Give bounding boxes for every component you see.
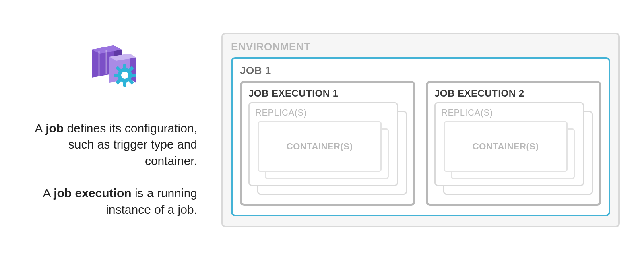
replica-box-front: REPLICA(S) CONTAINER(S)	[434, 102, 584, 186]
container-label: CONTAINER(S)	[287, 141, 353, 152]
left-column: A job defines its configuration, such as…	[0, 42, 221, 218]
text-bold: job	[45, 122, 64, 135]
description-paragraph-2: A job execution is a running instance of…	[32, 185, 197, 218]
diagram-stage: A job defines its configuration, such as…	[0, 0, 644, 260]
environment-box: ENVIRONMENT JOB 1 JOB EXECUTION 1 REPLIC…	[221, 33, 620, 227]
text: A	[43, 186, 54, 200]
text: defines its configuration, such as trigg…	[64, 122, 197, 167]
replica-label: REPLICA(S)	[441, 107, 577, 118]
job-execution-box: JOB EXECUTION 1 REPLICA(S) CONTAINER(S)	[240, 81, 415, 206]
text: A	[35, 122, 45, 135]
text-bold: job execution	[54, 186, 131, 200]
job-label: JOB 1	[240, 64, 601, 77]
svg-point-17	[121, 72, 128, 79]
container-stack: CONTAINER(S)	[444, 121, 575, 179]
job-box: JOB 1 JOB EXECUTION 1 REPLICA(S)	[231, 57, 610, 216]
environment-label: ENVIRONMENT	[231, 41, 610, 53]
container-apps-job-icon	[85, 42, 145, 92]
job-execution-label: JOB EXECUTION 1	[248, 88, 407, 99]
replica-stack: REPLICA(S) CONTAINER(S)	[434, 102, 593, 195]
svg-rect-10	[123, 82, 126, 87]
job-executions-row: JOB EXECUTION 1 REPLICA(S) CONTAINER(S)	[240, 81, 601, 206]
container-stack: CONTAINER(S)	[258, 121, 389, 179]
replica-stack: REPLICA(S) CONTAINER(S)	[248, 102, 407, 195]
description-paragraph-1: A job defines its configuration, such as…	[32, 120, 197, 169]
container-box-front: CONTAINER(S)	[258, 121, 382, 172]
container-label: CONTAINER(S)	[473, 141, 539, 152]
replica-box-front: REPLICA(S) CONTAINER(S)	[248, 102, 398, 186]
svg-rect-9	[123, 64, 126, 69]
description-text: A job defines its configuration, such as…	[32, 120, 197, 218]
svg-rect-11	[114, 74, 118, 77]
container-box-front: CONTAINER(S)	[444, 121, 568, 172]
right-column: ENVIRONMENT JOB 1 JOB EXECUTION 1 REPLIC…	[221, 33, 644, 227]
replica-label: REPLICA(S)	[255, 107, 391, 118]
job-execution-label: JOB EXECUTION 2	[434, 88, 593, 99]
job-execution-box: JOB EXECUTION 2 REPLICA(S) CONTAINER(S)	[426, 81, 601, 206]
svg-rect-12	[131, 74, 136, 77]
